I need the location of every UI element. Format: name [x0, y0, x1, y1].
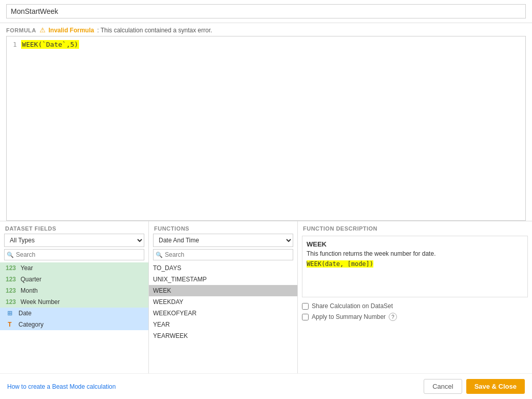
field-badge-quarter: 123: [4, 276, 17, 283]
list-item[interactable]: 123 Year: [0, 262, 148, 274]
field-label-date: Date: [18, 310, 31, 317]
dataset-fields-search-input[interactable]: [4, 249, 144, 260]
dataset-fields-dropdown-wrap: All Types Number Date And Time Text: [4, 234, 144, 247]
share-calculation-label: Share Calculation on DataSet: [312, 302, 393, 310]
function-description-panel: FUNCTION DESCRIPTION WEEK This function …: [298, 221, 532, 373]
list-item[interactable]: T Category: [0, 319, 148, 330]
field-label-weeknumber: Week Number: [21, 298, 60, 306]
field-badge-date: ⊞: [4, 310, 15, 317]
save-close-button[interactable]: Save & Close: [466, 379, 525, 394]
dataset-fields-header: DATASET FIELDS: [0, 221, 148, 234]
field-badge-category: T: [4, 321, 15, 328]
dialog-container: FORMULA ⚠ Invalid Formula : This calcula…: [0, 0, 532, 399]
formula-editor[interactable]: 1WEEK(`Date`,5): [6, 36, 526, 221]
functions-category-select[interactable]: Date And Time Math Text Aggregate Logica…: [153, 234, 293, 247]
line-number: 1: [13, 41, 17, 48]
functions-search-wrap: 🔍: [153, 249, 293, 260]
list-item[interactable]: YEARWEEK: [149, 330, 297, 341]
dataset-fields-type-select[interactable]: All Types Number Date And Time Text: [4, 234, 144, 247]
cancel-button[interactable]: Cancel: [424, 379, 462, 394]
list-item[interactable]: WEEKOFYEAR: [149, 308, 297, 319]
search-icon: 🔍: [7, 252, 14, 258]
field-badge-weeknumber: 123: [4, 298, 17, 306]
functions-dropdown-wrap: Date And Time Math Text Aggregate Logica…: [153, 234, 293, 247]
function-syntax: WEEK(date, [mode]): [307, 260, 373, 268]
bottom-panels: DATASET FIELDS All Types Number Date And…: [0, 221, 532, 373]
functions-header: FUNCTIONS: [149, 221, 297, 234]
footer-buttons: Cancel Save & Close: [424, 379, 525, 394]
field-label-month: Month: [21, 287, 37, 294]
function-description-header: FUNCTION DESCRIPTION: [298, 221, 532, 234]
field-badge-month: 123: [4, 287, 17, 294]
function-description-box: WEEK This function returns the week numb…: [302, 236, 528, 297]
calculation-name-input[interactable]: [6, 4, 526, 18]
functions-panel: FUNCTIONS Date And Time Math Text Aggreg…: [149, 221, 298, 373]
apply-summary-help-icon[interactable]: ?: [389, 313, 397, 321]
list-item[interactable]: WEEKDAY: [149, 296, 297, 308]
function-label-year: YEAR: [153, 321, 170, 328]
apply-summary-row: Apply to Summary Number ?: [302, 313, 528, 321]
function-label-weekday: WEEKDAY: [153, 298, 183, 306]
field-label-year: Year: [21, 264, 33, 272]
footer: How to create a Beast Mode calculation C…: [0, 373, 532, 399]
functions-search-input[interactable]: [153, 249, 293, 260]
function-label-yearweek: YEARWEEK: [153, 332, 188, 339]
share-calculation-checkbox[interactable]: [302, 303, 309, 310]
function-label-todays: TO_DAYS: [153, 264, 181, 272]
list-item[interactable]: YEAR: [149, 319, 297, 330]
list-item[interactable]: 123 Week Number: [0, 296, 148, 308]
field-label-quarter: Quarter: [21, 276, 42, 283]
function-label-unixtimestamp: UNIX_TIMESTAMP: [153, 276, 206, 283]
dataset-fields-search-wrap: 🔍: [4, 249, 144, 260]
formula-code: WEEK(`Date`,5): [21, 40, 80, 49]
search-icon: 🔍: [156, 252, 163, 258]
beast-mode-help-link[interactable]: How to create a Beast Mode calculation: [7, 383, 116, 390]
function-label-week: WEEK: [153, 287, 171, 294]
list-item[interactable]: ⊞ Date: [0, 308, 148, 319]
apply-summary-label: Apply to Summary Number: [312, 313, 386, 320]
list-item[interactable]: WEEK: [149, 285, 297, 296]
dataset-fields-list: 123 Year 123 Quarter 123 Month 123 Week …: [0, 262, 148, 373]
functions-list: TO_DAYS UNIX_TIMESTAMP WEEK WEEKDAY WEEK…: [149, 262, 297, 373]
share-calculation-row: Share Calculation on DataSet: [302, 302, 528, 310]
list-item[interactable]: 123 Month: [0, 285, 148, 296]
invalid-formula-msg: : This calculation contained a syntax er…: [97, 27, 212, 34]
apply-summary-checkbox[interactable]: [302, 314, 309, 320]
formula-label: FORMULA: [6, 27, 36, 33]
invalid-formula-label: Invalid Formula: [49, 27, 94, 34]
field-label-category: Category: [18, 321, 44, 328]
checkbox-area: Share Calculation on DataSet Apply to Su…: [298, 299, 532, 324]
list-item[interactable]: UNIX_TIMESTAMP: [149, 274, 297, 285]
function-name: WEEK: [307, 240, 523, 248]
list-item[interactable]: 123 Quarter: [0, 274, 148, 285]
formula-section: FORMULA ⚠ Invalid Formula : This calcula…: [0, 23, 532, 221]
function-label-weekofyear: WEEKOFYEAR: [153, 310, 197, 317]
title-bar: [0, 0, 532, 23]
dataset-fields-panel: DATASET FIELDS All Types Number Date And…: [0, 221, 149, 373]
list-item[interactable]: TO_DAYS: [149, 262, 297, 274]
warning-icon: ⚠: [40, 26, 46, 34]
function-description-text: This function returns the week number fo…: [307, 250, 523, 257]
field-badge-year: 123: [4, 264, 17, 272]
